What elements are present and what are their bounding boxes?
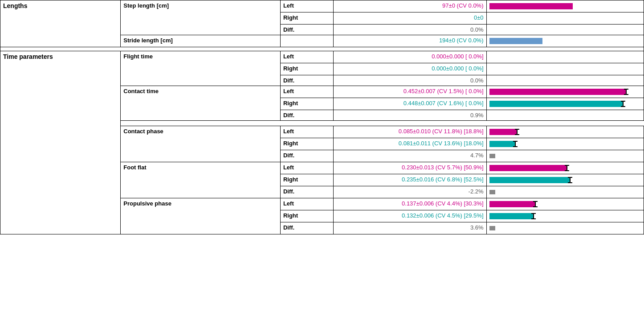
ff-right-text: 0.235±0.016 (CV 6.8%) [52.5%] — [402, 176, 483, 183]
ct-left-bar-cell — [486, 86, 644, 98]
cp-left-label: Left — [280, 126, 334, 138]
pp-left-bar-cell — [486, 198, 644, 210]
pp-diff-bar-container — [489, 224, 641, 232]
pp-right-bar-container — [489, 212, 641, 220]
ct-diff-value: 0.9% — [334, 110, 486, 121]
step-left-value: 97±0 (CV 0.0%) — [334, 0, 486, 12]
cp-diff-bar-cell — [486, 150, 644, 162]
contact-phase-label: Contact phase — [121, 126, 281, 162]
left-label-sl: Left — [280, 0, 334, 12]
flight-left-value: 0.000±0.000 [ 0.0%] — [334, 51, 486, 63]
flight-left-label: Left — [280, 51, 334, 63]
flight-right-text: 0.000±0.000 [ 0.0%] — [432, 65, 483, 72]
step-left-bar — [489, 3, 573, 9]
step-right-value: 0±0 — [334, 12, 486, 25]
cp-right-text: 0.081±0.011 (CV 13.6%) [18.0%] — [399, 140, 484, 147]
ff-diff-bar — [489, 190, 496, 194]
ff-left-text: 0.230±0.013 (CV 5.7%) [50.9%] — [402, 164, 483, 171]
diff-label-sl: Diff. — [280, 25, 334, 35]
spacer1 — [0, 47, 644, 51]
ct-right-text: 0.448±0.007 (CV 1.6%) [ 0.0%] — [404, 100, 484, 107]
pp-left-text: 0.137±0.006 (CV 4.4%) [30.3%] — [402, 200, 483, 207]
step-right-bar-container — [489, 14, 641, 22]
pp-left-label: Left — [280, 198, 334, 210]
pp-diff-bar — [489, 226, 496, 230]
ct-diff-bar-cell — [486, 110, 644, 121]
lengths-label: Lengths — [0, 0, 121, 47]
ff-left-bar-cell — [486, 162, 644, 174]
ff-diff-label: Diff. — [280, 186, 334, 198]
cp-left-value: 0.085±0.010 (CV 11.8%) [18.8%] — [334, 126, 486, 138]
step-length-label: Step length [cm] — [121, 0, 281, 35]
cp-diff-bar — [489, 154, 496, 158]
ff-left-bar — [489, 165, 567, 171]
ct-right-bar — [489, 101, 623, 107]
lengths-section: Lengths Step length [cm] Left 97±0 (CV 0… — [0, 0, 644, 47]
pp-right-value: 0.132±0.006 (CV 4.5%) [29.5%] — [334, 210, 486, 222]
cp-right-bar-container — [489, 140, 641, 148]
ct-left-bar-container — [489, 88, 641, 96]
cp-right-bar-cell — [486, 138, 644, 150]
ff-right-bar-cell — [486, 174, 644, 186]
flight-right-value: 0.000±0.000 [ 0.0%] — [334, 63, 486, 75]
contact-time-label: Contact time — [121, 86, 281, 121]
ct-left-value: 0.452±0.007 (CV 1.5%) [ 0.0%] — [334, 86, 486, 98]
ff-right-value: 0.235±0.016 (CV 6.8%) [52.5%] — [334, 174, 486, 186]
ct-left-error-bar — [626, 89, 627, 95]
cp-diff-label: Diff. — [280, 150, 334, 162]
pp-right-error-bar — [533, 213, 534, 219]
ct-right-value: 0.448±0.007 (CV 1.6%) [ 0.0%] — [334, 98, 486, 110]
pp-diff-value: 3.6% — [334, 222, 486, 234]
ct-left-text: 0.452±0.007 (CV 1.5%) [ 0.0%] — [404, 88, 484, 94]
step-diff-bar-cell — [486, 25, 644, 35]
flight-right-bar-cell — [486, 63, 644, 75]
data-table: Lengths Step length [cm] Left 97±0 (CV 0… — [0, 0, 644, 234]
cp-diff-bar-container — [489, 152, 641, 160]
flight-right-bar-container — [489, 65, 641, 73]
right-label-sl: Right — [280, 12, 334, 25]
ff-diff-bar-cell — [486, 186, 644, 198]
ct-diff-label: Diff. — [280, 110, 334, 121]
cp-left-bar-cell — [486, 126, 644, 138]
pp-left-bar-container — [489, 200, 641, 208]
stride-bar-cell — [486, 35, 644, 47]
cp-left-bar — [489, 129, 517, 135]
step-left-text: 97±0 (CV 0.0%) — [442, 2, 483, 9]
flight-left-text: 0.000±0.000 [ 0.0%] — [432, 53, 483, 60]
ff-right-label: Right — [280, 174, 334, 186]
ct-right-label: Right — [280, 98, 334, 110]
time-params-section: Time parameters Flight time Left 0.000±0… — [0, 51, 644, 234]
step-right-text: 0±0 — [474, 14, 484, 21]
stride-value: 194±0 (CV 0.0%) — [334, 35, 486, 47]
stride-bar — [489, 38, 542, 44]
stride-side — [280, 35, 334, 47]
pp-diff-bar-cell — [486, 222, 644, 234]
cp-left-text: 0.085±0.010 (CV 11.8%) [18.8%] — [399, 128, 484, 135]
ct-left-bar — [489, 89, 626, 95]
cp-left-error-bar — [517, 129, 518, 135]
pp-right-label: Right — [280, 210, 334, 222]
ct-right-bar-container — [489, 100, 641, 108]
pp-right-bar — [489, 213, 534, 219]
cp-right-error-bar — [515, 141, 516, 147]
ff-left-bar-container — [489, 164, 641, 172]
propulsive-phase-label: Propulsive phase — [121, 198, 281, 234]
ff-left-label: Left — [280, 162, 334, 174]
flight-diff-label: Diff. — [280, 75, 334, 86]
flight-right-label: Right — [280, 63, 334, 75]
flight-diff-value: 0.0% — [334, 75, 486, 86]
stride-length-label: Stride length [cm] — [121, 35, 281, 47]
pp-right-text: 0.132±0.006 (CV 4.5%) [29.5%] — [402, 212, 483, 219]
ct-right-error-bar — [623, 101, 624, 107]
step-right-bar-cell — [486, 12, 644, 25]
ff-right-error-bar — [570, 177, 571, 183]
flight-left-bar-container — [489, 53, 641, 61]
ff-diff-bar-container — [489, 188, 641, 196]
stride-text: 194±0 (CV 0.0%) — [439, 37, 484, 44]
cp-right-value: 0.081±0.011 (CV 13.6%) [18.0%] — [334, 138, 486, 150]
pp-left-value: 0.137±0.006 (CV 4.4%) [30.3%] — [334, 198, 486, 210]
flight-time-label: Flight time — [121, 51, 281, 86]
cp-left-bar-container — [489, 128, 641, 136]
step-left-bar-container — [489, 2, 641, 10]
flight-left-bar-cell — [486, 51, 644, 63]
